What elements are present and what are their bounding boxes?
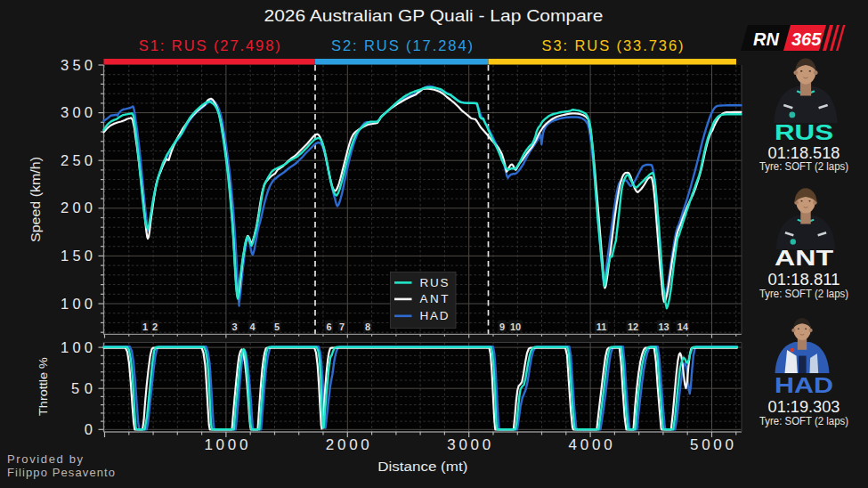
- svg-text:Provided by: Provided by: [7, 452, 84, 466]
- svg-text:150: 150: [61, 248, 93, 264]
- svg-text:Tyre: SOFT (2 laps): Tyre: SOFT (2 laps): [759, 288, 848, 300]
- svg-text:ANT: ANT: [420, 292, 449, 305]
- svg-text:13: 13: [658, 321, 669, 332]
- svg-text:7: 7: [339, 321, 345, 332]
- svg-text:Throttle %: Throttle %: [37, 357, 50, 416]
- svg-text:2: 2: [152, 321, 158, 332]
- svg-text:12: 12: [628, 321, 638, 332]
- svg-text:6: 6: [326, 321, 331, 332]
- svg-text:Speed (km/h): Speed (km/h): [28, 157, 43, 242]
- svg-text:01:19.303: 01:19.303: [768, 398, 840, 416]
- svg-text:1: 1: [142, 321, 148, 332]
- svg-text:HAD: HAD: [775, 373, 833, 397]
- svg-text:S3: RUS (33.736): S3: RUS (33.736): [542, 37, 684, 53]
- svg-text:01:18.811: 01:18.811: [768, 271, 840, 289]
- svg-text:Tyre: SOFT (2 laps): Tyre: SOFT (2 laps): [759, 160, 848, 173]
- svg-text:5: 5: [274, 321, 280, 332]
- svg-text:ANT: ANT: [775, 246, 833, 270]
- svg-text:RUS: RUS: [775, 120, 833, 144]
- svg-text:Distance (mt): Distance (mt): [377, 460, 467, 474]
- svg-text:300: 300: [61, 104, 93, 120]
- svg-text:100: 100: [61, 339, 93, 355]
- svg-text:11: 11: [596, 321, 607, 332]
- svg-text:0: 0: [85, 421, 93, 437]
- svg-text:14: 14: [677, 321, 689, 332]
- svg-text:RUS: RUS: [420, 276, 449, 289]
- svg-text:HAD: HAD: [420, 309, 449, 322]
- svg-text:01:18.518: 01:18.518: [768, 144, 840, 162]
- svg-text:8: 8: [365, 321, 370, 332]
- svg-text:S2: RUS (17.284): S2: RUS (17.284): [331, 37, 473, 53]
- svg-text:250: 250: [61, 152, 93, 168]
- svg-text:RN: RN: [753, 29, 779, 49]
- svg-text:365: 365: [791, 29, 822, 49]
- svg-text:2026 Australian GP Quali - Lap: 2026 Australian GP Quali - Lap Compare: [264, 7, 604, 25]
- svg-text:3: 3: [231, 321, 237, 332]
- svg-text:4: 4: [249, 321, 256, 332]
- svg-text:100: 100: [61, 296, 93, 312]
- svg-text:350: 350: [61, 57, 93, 73]
- svg-text:200: 200: [61, 199, 93, 216]
- svg-text:Tyre: SOFT (2 laps): Tyre: SOFT (2 laps): [759, 415, 848, 427]
- svg-text:10: 10: [510, 321, 521, 332]
- svg-text:9: 9: [499, 321, 505, 332]
- svg-text:S1: RUS (27.498): S1: RUS (27.498): [139, 37, 280, 53]
- svg-text:Filippo Pesavento: Filippo Pesavento: [7, 466, 115, 479]
